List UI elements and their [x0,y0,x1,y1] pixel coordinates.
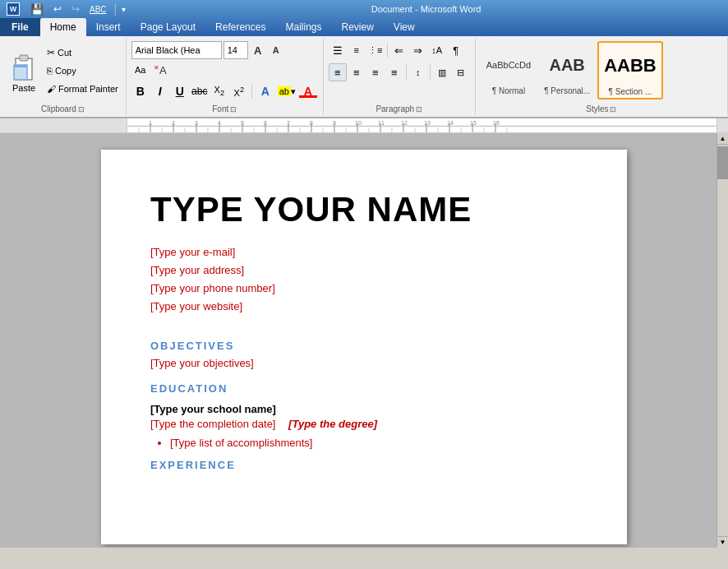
quick-undo-button[interactable]: ↩ [51,2,64,16]
line-spacing-button[interactable]: ↕ [409,63,427,81]
clipboard-group: Paste ✂ Cut ⎘ Copy 🖌 Format Painter Clip… [0,38,127,115]
change-case-button[interactable]: Aa [131,61,150,79]
education-heading: EDUCATION [150,382,578,395]
degree-field[interactable]: [Type the degree] [288,418,377,430]
style-personal[interactable]: AAB ¶ Personal... [538,41,596,98]
completion-date[interactable]: [Type the completion date] [150,418,275,430]
svg-text:1: 1 [149,120,152,126]
borders-button[interactable]: ⊟ [452,63,470,81]
accomplishments-list: [Type list of accomplishments] [170,437,578,449]
word-icon: W [7,2,20,16]
tab-home[interactable]: Home [40,18,86,36]
format-painter-label: Format Painter [58,84,118,94]
svg-text:13: 13 [424,120,431,126]
quick-spellcheck-button[interactable]: ABC [87,4,109,15]
style-normal-preview: AaBbCcDd [486,44,531,86]
show-marks-button[interactable]: ¶ [447,41,465,59]
font-color-button[interactable]: A [298,82,318,100]
contact-section: [Type your e-mail] [Type your address] [… [150,243,578,316]
format-painter-button[interactable]: 🖌 Format Painter [44,81,121,97]
scrollbar-up-button[interactable]: ▲ [717,133,728,145]
font-size-input[interactable] [223,41,248,59]
style-section-label: ¶ Section ... [609,87,652,96]
underline-button[interactable]: U [171,82,189,100]
svg-text:16: 16 [493,120,500,126]
numbering-button[interactable]: ≡ [348,41,366,59]
align-right-button[interactable]: ≡ [366,63,385,81]
subscript-button[interactable]: X2 [210,82,228,100]
styles-group-label: Styles [586,104,608,113]
scrollbar-thumb[interactable] [717,146,728,179]
svg-text:11: 11 [378,120,385,126]
svg-rect-1 [20,55,28,61]
tab-file[interactable]: File [0,18,40,36]
copy-button[interactable]: ⎘ Copy [44,62,121,79]
decrease-indent-button[interactable]: ⇐ [390,41,408,59]
clipboard-expand-icon[interactable]: ⊡ [78,105,85,113]
svg-text:7: 7 [287,120,290,126]
bullets-button[interactable]: ☰ [329,41,347,59]
superscript-button[interactable]: X2 [230,82,248,100]
title-text: Document - Microsoft Word [131,4,721,14]
highlight-button[interactable]: ab▾ [277,82,297,100]
multilevel-button[interactable]: ⋮≡ [366,41,385,59]
email-field[interactable]: [Type your e-mail] [150,243,578,261]
document-page: TYPE YOUR NAME [Type your e-mail] [Type … [101,150,627,544]
paste-label: Paste [12,83,35,93]
website-field[interactable]: [Type your website] [150,298,578,316]
style-personal-label: ¶ Personal... [544,86,590,95]
font-expand-icon[interactable]: ⊡ [230,105,237,113]
clear-format-button[interactable]: ✕A [151,61,169,79]
tab-view[interactable]: View [384,18,425,36]
school-name[interactable]: [Type your school name] [150,403,578,415]
tab-insert[interactable]: Insert [86,18,131,36]
education-section: EDUCATION [Type your school name] [Type … [150,382,578,449]
style-normal[interactable]: AaBbCcDd ¶ Normal [481,41,537,98]
tab-references[interactable]: References [205,18,275,36]
accomplishment-item[interactable]: [Type list of accomplishments] [170,437,578,449]
svg-text:3: 3 [195,120,198,126]
clipboard-group-label: Clipboard [41,104,76,113]
italic-button[interactable]: I [151,82,169,100]
justify-button[interactable]: ≡ [385,63,403,81]
document-name[interactable]: TYPE YOUR NAME [150,191,578,229]
paragraph-group-label: Paragraph [376,104,414,113]
sort-button[interactable]: ↕A [428,41,446,59]
tab-review[interactable]: Review [331,18,383,36]
increase-indent-button[interactable]: ⇒ [409,41,427,59]
quick-save-button[interactable]: 💾 [28,2,46,16]
address-field[interactable]: [Type your address] [150,261,578,280]
objectives-heading: OBJECTIVES [150,340,578,352]
style-section[interactable]: AABB ¶ Section ... [597,41,663,99]
phone-field[interactable]: [Type your phone number] [150,280,578,298]
quick-access-separator: | [114,2,117,16]
styles-expand-icon[interactable]: ⊡ [610,105,616,113]
scrollbar-down-button[interactable]: ▼ [717,536,728,548]
text-effects-button[interactable]: A [256,82,275,100]
objectives-section: OBJECTIVES [Type your objectives] [150,340,578,369]
svg-text:2: 2 [172,120,175,126]
font-grow-button[interactable]: A [250,42,266,58]
shading-button[interactable]: ▥ [433,63,451,81]
paragraph-expand-icon[interactable]: ⊡ [416,105,422,113]
tab-pagelayout[interactable]: Page Layout [131,18,205,36]
quick-redo-button[interactable]: ↪ [69,2,82,16]
paste-button[interactable]: Paste [5,41,43,104]
svg-text:9: 9 [333,120,336,126]
style-section-preview: AABB [604,44,657,87]
svg-text:5: 5 [241,120,244,126]
font-name-input[interactable] [131,41,222,59]
svg-text:8: 8 [310,120,313,126]
align-left-button[interactable]: ≡ [329,63,347,81]
svg-rect-3 [14,65,27,67]
cut-button[interactable]: ✂ Cut [44,44,121,61]
strikethrough-button[interactable]: abc [191,82,209,100]
tab-mailings[interactable]: Mailings [275,18,331,36]
quick-customize-button[interactable]: ▾ [122,5,126,14]
objectives-body[interactable]: [Type your objectives] [150,357,578,369]
style-normal-label: ¶ Normal [492,86,525,95]
completion-row[interactable]: [Type the completion date] [Type the deg… [150,418,578,430]
bold-button[interactable]: B [131,82,150,100]
font-shrink-button[interactable]: A [268,42,284,58]
align-center-button[interactable]: ≡ [348,63,366,81]
